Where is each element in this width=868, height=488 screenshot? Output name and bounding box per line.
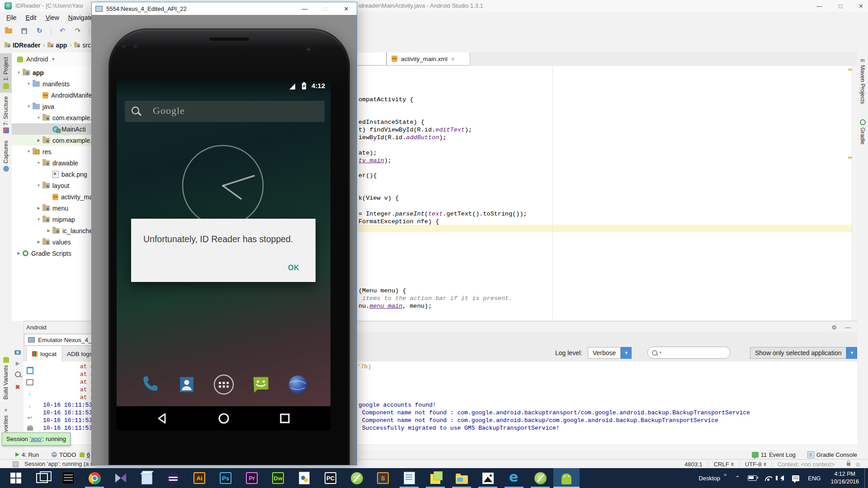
chevron-right-icon[interactable]: ▶ (45, 229, 52, 233)
screen-record-icon[interactable]: ▶ (14, 360, 21, 367)
app-filter-select[interactable]: Show only selected application ▼ (750, 347, 857, 359)
analyze-icon[interactable] (14, 371, 21, 378)
language-indicator[interactable]: ENG (808, 475, 821, 482)
error-stripe-mark[interactable] (848, 69, 852, 70)
contacts-app-icon[interactable] (175, 373, 198, 396)
taskbar-python-file[interactable] (291, 468, 317, 488)
battery-icon[interactable] (748, 475, 757, 481)
tray-clock[interactable]: 4:12 PM 10/16/2016 (830, 470, 859, 486)
chevron-right-icon[interactable]: ▶ (35, 240, 42, 244)
breadcrumb-src[interactable]: src (74, 42, 91, 49)
chevron-down-icon[interactable]: ▼ (25, 150, 32, 154)
scroll-down-icon[interactable]: ↓ (26, 402, 33, 409)
gradle-console-button[interactable]: Gradle Console (807, 451, 857, 458)
google-search-bar[interactable]: Google (125, 101, 325, 122)
tool-button-maven-projects[interactable]: Maven Projects (859, 57, 866, 104)
chevron-down-icon[interactable]: ▼ (15, 70, 22, 75)
phone-app-icon[interactable] (138, 373, 161, 396)
menu-view[interactable]: View (41, 14, 64, 21)
sync-icon[interactable]: ↻ (35, 27, 43, 35)
print-icon[interactable] (26, 425, 33, 432)
chevron-down-icon[interactable]: ▼ (25, 82, 32, 86)
tool-button-build-variants[interactable]: Build Variants (0, 353, 12, 403)
taskbar-photos[interactable] (475, 468, 501, 488)
taskbar-file-explorer[interactable] (448, 468, 475, 488)
undo-icon[interactable]: ↶ (58, 27, 66, 35)
close-button[interactable]: ✕ (859, 3, 863, 9)
scroll-up-icon[interactable]: ↑ (26, 390, 33, 398)
wifi-icon[interactable] (765, 475, 772, 481)
save-icon[interactable] (20, 27, 28, 35)
status-segment-crlf[interactable]: CRLF (708, 461, 739, 467)
menu-edit[interactable]: Edit (21, 14, 41, 21)
taskbar-pycharm[interactable]: PC (317, 468, 344, 488)
home-button[interactable] (218, 413, 230, 424)
taskbar-media-app[interactable] (55, 468, 81, 488)
taskbar-edge[interactable] (501, 468, 527, 488)
editor-tab-activity-main[interactable]: activity_main.xml × (387, 52, 470, 66)
soft-wrap-icon[interactable]: ↩ (26, 414, 33, 421)
taskbar-photoshop[interactable]: Ps (212, 468, 239, 488)
close-button[interactable]: ✕ (336, 2, 357, 15)
recents-button[interactable] (279, 413, 291, 424)
taskbar-task-view-button[interactable] (29, 468, 55, 488)
close-icon[interactable]: × (451, 56, 455, 62)
maximize-button[interactable]: □ (315, 2, 336, 15)
minimize-button[interactable]: — (294, 2, 315, 15)
screenshot-icon[interactable] (14, 349, 21, 356)
chevron-right-icon[interactable]: ▶ (15, 251, 22, 255)
taskbar-notepad[interactable] (396, 468, 422, 488)
chevron-down-icon[interactable]: ▼ (35, 183, 42, 188)
show-desktop-button[interactable] (864, 468, 868, 488)
taskbar-sublime[interactable]: S (370, 468, 396, 488)
tool-button-gradle[interactable]: Gradle (859, 119, 866, 145)
taskbar-chrome[interactable] (81, 468, 108, 488)
terminate-icon[interactable]: ✖ (14, 383, 21, 390)
tool-button-1-project[interactable]: 1: Project (0, 53, 12, 93)
breadcrumb-idreader[interactable]: IDReader (5, 42, 40, 49)
hide-panel-icon[interactable]: — (845, 324, 851, 331)
open-icon[interactable] (5, 27, 13, 35)
tab-logcat[interactable]: logcat (26, 346, 62, 361)
taskbar-android-studio[interactable] (344, 468, 370, 488)
taskbar-android-emulator[interactable] (553, 468, 580, 488)
chevron-right-icon[interactable]: ▶ (35, 206, 42, 210)
lock-icon[interactable] (847, 463, 850, 466)
back-button[interactable] (156, 413, 168, 424)
clock-widget[interactable] (181, 144, 264, 227)
tool-button-7-structure[interactable]: 7: Structure (0, 93, 12, 137)
tab-android[interactable]: 6 (80, 451, 90, 458)
taskbar-virtualbox[interactable] (134, 468, 160, 488)
taskbar-sticky-notes[interactable] (422, 468, 448, 488)
menu-file[interactable]: File (2, 14, 21, 21)
tool-button-captures[interactable]: Captures (0, 137, 12, 175)
taskbar-kmplayer[interactable] (108, 468, 134, 488)
editor-scrollbar[interactable] (852, 66, 857, 321)
highlighting-level-icon[interactable]: ☺ (855, 461, 861, 468)
all-apps-button[interactable] (212, 373, 236, 396)
taskbar-illustrator[interactable]: Ai (186, 468, 212, 488)
tab-run[interactable]: 4: Run (15, 451, 39, 458)
search-input[interactable] (664, 349, 745, 357)
toolwindow-toggle-icon[interactable] (13, 461, 19, 467)
taskbar-eclipse[interactable] (160, 468, 186, 488)
breadcrumb-app[interactable]: app (47, 42, 67, 49)
status-segment-4803-1[interactable]: 4803:1 (679, 461, 708, 467)
export-log-icon[interactable] (26, 379, 33, 386)
messaging-app-icon[interactable] (249, 373, 273, 396)
chevron-down-icon[interactable]: ▼ (35, 161, 42, 165)
app-link[interactable]: 'app' (30, 436, 42, 442)
logcat-search[interactable]: ▼ (647, 347, 731, 359)
minimize-button[interactable]: — (816, 3, 822, 9)
toolbar-overflow-icon[interactable]: » (724, 472, 726, 477)
taskbar-dreamweaver[interactable]: Dw (265, 468, 291, 488)
browser-app-icon[interactable] (286, 373, 310, 396)
chevron-down-icon[interactable]: ▼ (25, 104, 32, 108)
taskbar-premiere[interactable]: Pr (239, 468, 265, 488)
chevron-down-icon[interactable]: ▼ (659, 351, 662, 355)
notifications-icon[interactable] (792, 475, 799, 481)
gear-icon[interactable]: ⚙ (831, 324, 837, 331)
clear-log-icon[interactable] (26, 367, 33, 374)
tray-expand-icon[interactable]: ⌃ (735, 475, 740, 481)
tab-todo[interactable]: TODO (52, 451, 76, 458)
